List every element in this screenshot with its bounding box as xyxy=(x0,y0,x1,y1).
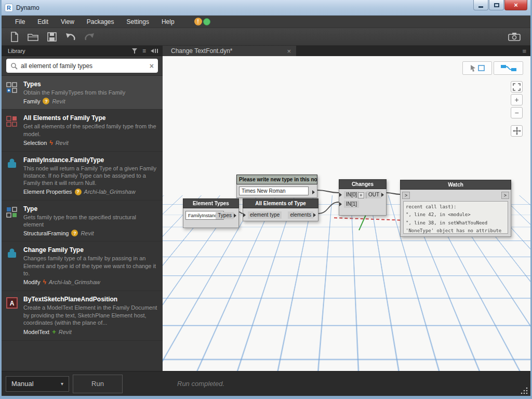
close-button[interactable]: × xyxy=(504,0,527,10)
graph-canvas[interactable]: Please write new type in this node Eleme… xyxy=(163,56,530,371)
port-label: IN[0] xyxy=(344,191,359,198)
filter-icon[interactable] xyxy=(131,48,138,54)
node-source: Revit xyxy=(59,329,72,335)
out-output-port[interactable]: OUT xyxy=(366,191,386,198)
status-bar: Manual ▾ Run Run completed. xyxy=(2,371,530,396)
menu-edit[interactable]: Edit xyxy=(31,17,55,27)
menu-settings[interactable]: Settings xyxy=(121,17,155,27)
warning-icon[interactable]: ! xyxy=(194,18,202,25)
maximize-icon xyxy=(494,3,499,7)
node-body: FamilyInstance ▾ Types xyxy=(183,208,239,228)
query-glyph-icon: ? xyxy=(75,189,82,195)
clear-search-icon[interactable]: × xyxy=(150,62,154,70)
wire-changes-to-watch[interactable] xyxy=(387,193,400,194)
watch-input-port[interactable]: > xyxy=(402,192,410,199)
port-label: elements xyxy=(288,211,313,219)
list-view-icon[interactable]: ≡ xyxy=(142,47,146,55)
tab-close-icon[interactable]: × xyxy=(287,47,291,55)
notification-area: ! xyxy=(194,18,210,25)
wire-types-to-allelements[interactable] xyxy=(239,212,243,214)
node-body: > > recent call last): ", line 42, in <m… xyxy=(400,190,511,237)
in0-input-port[interactable]: IN[0] xyxy=(339,191,359,198)
undo-button[interactable] xyxy=(63,30,78,44)
pan-button[interactable] xyxy=(511,125,523,137)
library-item-types[interactable]: Types Obtain the FamilyTypes from this F… xyxy=(2,76,163,110)
window-controls: × xyxy=(473,0,527,15)
fit-view-button[interactable] xyxy=(511,81,523,92)
node-string-input-title[interactable]: Please write new type in this node xyxy=(236,175,317,184)
collapse-panel-icon[interactable] xyxy=(151,48,158,54)
open-file-button[interactable] xyxy=(25,30,41,44)
redo-icon xyxy=(84,32,95,42)
library-item-all-elements-of-family-type[interactable]: All Elements of Family Type Get all elem… xyxy=(2,110,163,152)
graph-view-button[interactable] xyxy=(494,61,523,75)
node-source: Revit xyxy=(52,98,65,104)
new-file-button[interactable] xyxy=(7,30,22,44)
wire-elements-to-changes[interactable] xyxy=(318,202,339,214)
search-input[interactable] xyxy=(21,62,147,70)
tab-change-textfont[interactable]: Change TextFont.dyn* × xyxy=(163,46,296,56)
save-button[interactable] xyxy=(44,30,60,44)
watch-line: ", line 38, in setWhatYouNeed xyxy=(406,219,506,227)
library-item-type[interactable]: Type Gets family type from the specified… xyxy=(2,201,163,242)
menu-file[interactable]: File xyxy=(9,17,31,27)
add-port-button[interactable]: + xyxy=(358,192,364,198)
minimize-button[interactable] xyxy=(473,0,488,10)
node-changes-title[interactable]: Changes xyxy=(339,179,387,189)
action-glyph-icon: ϟ xyxy=(49,139,52,147)
view-mode-toggles xyxy=(462,61,523,75)
library-item-change-family-type[interactable]: Change Family Type Changes family type o… xyxy=(2,242,163,291)
node-title: Change Family Type xyxy=(23,246,157,254)
node-watch-title[interactable]: Watch xyxy=(400,180,511,190)
node-all-elements-title[interactable]: All Elements of Type xyxy=(243,198,318,208)
node-string-input[interactable]: Please write new type in this node xyxy=(236,175,317,198)
node-changes[interactable]: Changes IN[0] IN[1] + - xyxy=(339,179,387,216)
search-box[interactable]: × xyxy=(6,59,158,73)
menu-view[interactable]: View xyxy=(55,17,81,27)
library-item-bytextsketchplaneandposition[interactable]: A ByTextSketchPlaneAndPosition Create a … xyxy=(2,291,163,341)
node-title: Types xyxy=(23,81,125,88)
export-image-button[interactable] xyxy=(507,30,522,44)
status-ok-icon[interactable] xyxy=(203,18,210,25)
watch-output-port[interactable]: > xyxy=(501,192,509,199)
node-watch[interactable]: Watch > > recent call last): ", line 42,… xyxy=(400,180,511,237)
node-description: Obtain the FamilyTypes from this Family xyxy=(23,89,125,96)
run-mode-dropdown[interactable]: Manual ▾ xyxy=(6,376,69,392)
element-type-input-port[interactable]: element type xyxy=(243,211,282,219)
titlebar[interactable]: R Dynamo × xyxy=(2,0,530,16)
node-category: Family xyxy=(23,98,40,104)
workspace-menu-icon[interactable]: ≡ xyxy=(522,47,526,55)
node-meta: Modify ϟ Archi-lab_Grimshaw xyxy=(23,278,157,286)
window-title: Dynamo xyxy=(16,4,473,11)
node-title: All Elements of Family Type xyxy=(23,114,157,122)
port-label: OUT xyxy=(366,191,381,198)
node-title: Type xyxy=(23,205,157,212)
resize-grip[interactable] xyxy=(521,387,528,394)
menubar: File Edit View Packages Settings Help ! xyxy=(2,16,530,28)
elements-output-port[interactable]: elements xyxy=(288,211,318,219)
string-output-port[interactable] xyxy=(312,188,317,196)
redo-button[interactable] xyxy=(82,30,97,44)
library-item-familyinstance-familytype[interactable]: FamilyInstance.FamilyType This node will… xyxy=(2,152,163,201)
zoom-out-button[interactable]: − xyxy=(511,107,523,118)
node-element-types[interactable]: Element Types FamilyInstance ▾ Types xyxy=(183,198,239,228)
in1-input-port[interactable]: IN[1] xyxy=(339,200,359,208)
node-all-elements-of-type[interactable]: All Elements of Type element type elemen… xyxy=(243,198,318,221)
minimize-icon xyxy=(478,6,483,8)
string-value-input[interactable] xyxy=(239,187,309,195)
types-output-port[interactable]: Types xyxy=(216,211,238,219)
run-button[interactable]: Run xyxy=(73,375,123,393)
tab-bar: Change TextFont.dyn* × ≡ xyxy=(163,46,530,56)
node-element-types-title[interactable]: Element Types xyxy=(183,198,239,208)
zoom-in-button[interactable]: + xyxy=(511,94,523,105)
node-body xyxy=(236,184,317,198)
port-arrow-icon xyxy=(339,202,344,206)
maximize-button[interactable] xyxy=(489,0,504,10)
wire-string-to-changes[interactable] xyxy=(317,190,339,193)
toolbar xyxy=(2,28,530,46)
port-label: IN[1] xyxy=(344,201,359,208)
library-item-text: Type Gets family type from the specified… xyxy=(23,205,157,237)
menu-help[interactable]: Help xyxy=(155,17,181,27)
geometry-view-button[interactable] xyxy=(462,61,492,75)
menu-packages[interactable]: Packages xyxy=(81,17,121,27)
